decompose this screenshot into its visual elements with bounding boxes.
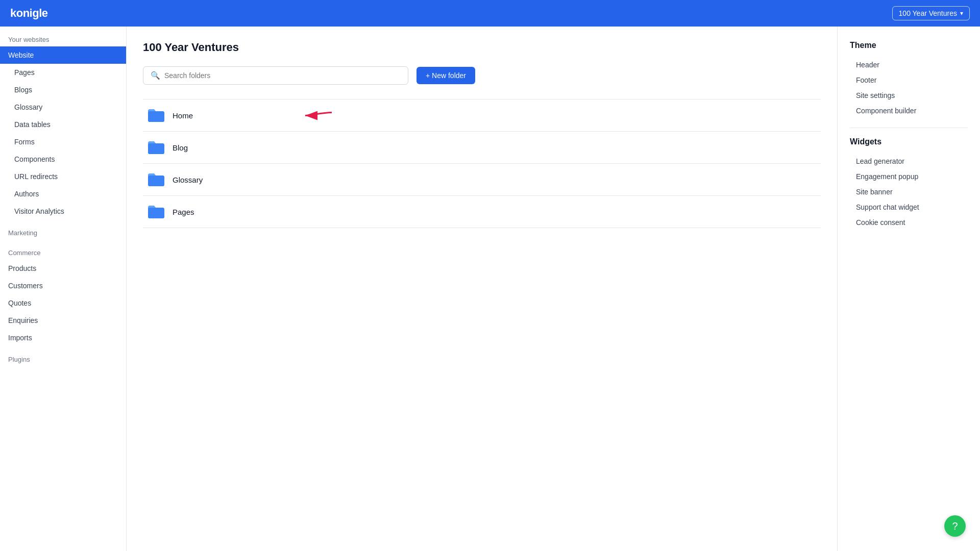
right-item-support-chat-widget[interactable]: Support chat widget bbox=[850, 199, 968, 215]
page-title: 100 Year Ventures bbox=[143, 41, 821, 54]
folder-icon-glossary bbox=[147, 172, 165, 187]
konigle-logo: konigle bbox=[10, 7, 48, 20]
commerce-label: Commerce bbox=[0, 240, 126, 260]
chevron-down-icon: ▾ bbox=[960, 10, 963, 17]
annotation-arrow bbox=[301, 107, 334, 124]
folder-label-pages: Pages bbox=[173, 208, 194, 216]
right-divider bbox=[850, 128, 968, 128]
content-area: 100 Year Ventures 🔍 + New folder Home bbox=[127, 27, 980, 551]
sidebar-item-blogs[interactable]: Blogs bbox=[0, 81, 126, 98]
folder-label-blog: Blog bbox=[173, 143, 188, 152]
top-navigation: konigle 100 Year Ventures ▾ bbox=[0, 0, 980, 27]
sidebar-item-visitor-analytics[interactable]: Visitor Analytics bbox=[0, 203, 126, 220]
account-switcher[interactable]: 100 Year Ventures ▾ bbox=[892, 6, 970, 20]
sidebar-item-pages[interactable]: Pages bbox=[0, 64, 126, 81]
sidebar-item-forms[interactable]: Forms bbox=[0, 133, 126, 151]
plugins-label: Plugins bbox=[0, 346, 126, 366]
sidebar-item-url-redirects[interactable]: URL redirects bbox=[0, 168, 126, 185]
toolbar: 🔍 + New folder bbox=[143, 66, 821, 85]
right-item-component-builder[interactable]: Component builder bbox=[850, 103, 968, 118]
right-item-cookie-consent[interactable]: Cookie consent bbox=[850, 215, 968, 230]
folder-label-home: Home bbox=[173, 111, 193, 120]
sidebar-item-data-tables[interactable]: Data tables bbox=[0, 116, 126, 133]
search-input[interactable] bbox=[164, 71, 401, 80]
sidebar-item-components[interactable]: Components bbox=[0, 151, 126, 168]
widgets-section-title: Widgets bbox=[850, 137, 968, 146]
sidebar: Your websites Website Pages Blogs Glossa… bbox=[0, 27, 127, 551]
right-item-header[interactable]: Header bbox=[850, 57, 968, 72]
sidebar-item-authors[interactable]: Authors bbox=[0, 185, 126, 203]
main-panel: 100 Year Ventures 🔍 + New folder Home bbox=[127, 27, 837, 551]
folder-item-glossary[interactable]: Glossary bbox=[143, 164, 821, 196]
marketing-label: Marketing bbox=[0, 220, 126, 240]
theme-section-title: Theme bbox=[850, 41, 968, 50]
folder-label-glossary: Glossary bbox=[173, 176, 203, 184]
sidebar-item-enquiries[interactable]: Enquiries bbox=[0, 312, 126, 329]
help-button[interactable]: ? bbox=[944, 515, 966, 537]
folder-item-blog[interactable]: Blog bbox=[143, 132, 821, 164]
folder-icon-pages bbox=[147, 204, 165, 219]
folder-list: Home bbox=[143, 99, 821, 228]
search-icon: 🔍 bbox=[151, 71, 160, 80]
your-websites-label: Your websites bbox=[0, 27, 126, 46]
folder-item-home[interactable]: Home bbox=[143, 99, 821, 132]
main-layout: Your websites Website Pages Blogs Glossa… bbox=[0, 27, 980, 551]
sidebar-item-customers[interactable]: Customers bbox=[0, 277, 126, 294]
right-panel: Theme Header Footer Site settings Compon… bbox=[837, 27, 980, 551]
right-item-site-settings[interactable]: Site settings bbox=[850, 88, 968, 103]
sidebar-item-imports[interactable]: Imports bbox=[0, 329, 126, 346]
folder-icon-blog bbox=[147, 140, 165, 155]
sidebar-item-products[interactable]: Products bbox=[0, 260, 126, 277]
right-item-site-banner[interactable]: Site banner bbox=[850, 184, 968, 199]
folder-icon-home bbox=[147, 108, 165, 123]
right-item-lead-generator[interactable]: Lead generator bbox=[850, 154, 968, 169]
folder-item-pages[interactable]: Pages bbox=[143, 196, 821, 228]
account-name: 100 Year Ventures bbox=[899, 9, 957, 17]
right-item-engagement-popup[interactable]: Engagement popup bbox=[850, 169, 968, 184]
new-folder-button[interactable]: + New folder bbox=[416, 67, 475, 84]
sidebar-item-website[interactable]: Website bbox=[0, 46, 126, 64]
sidebar-item-quotes[interactable]: Quotes bbox=[0, 294, 126, 312]
search-box[interactable]: 🔍 bbox=[143, 66, 408, 85]
sidebar-item-glossary[interactable]: Glossary bbox=[0, 98, 126, 116]
right-item-footer[interactable]: Footer bbox=[850, 72, 968, 88]
